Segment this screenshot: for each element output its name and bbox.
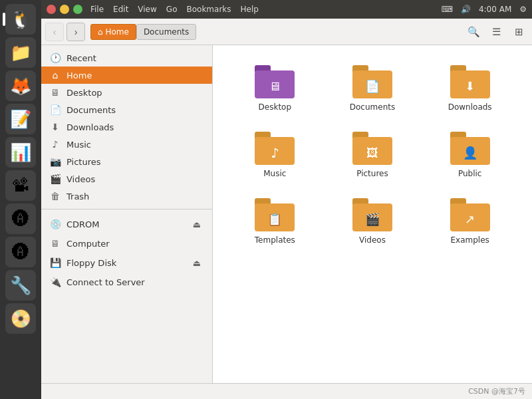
close-button[interactable] — [47, 5, 56, 14]
trash-icon: 🗑 — [49, 191, 61, 201]
floppy-eject-button[interactable]: ⏏ — [190, 255, 204, 270]
sidebar-label-home: Home — [66, 70, 92, 80]
sidebar-label-cdrom: CDROM — [66, 219, 100, 229]
sidebar-item-videos[interactable]: 🎬 Videos — [41, 170, 212, 188]
folder-icon-examples: ↗ — [450, 198, 490, 231]
file-label-templates: Templates — [255, 235, 295, 245]
downloads-icon: ⬇ — [49, 122, 61, 132]
file-label-pictures: Pictures — [356, 169, 388, 178]
toolbar-actions: 🔍 ☰ ⊞ — [464, 23, 528, 41]
sidebar-divider — [41, 209, 212, 209]
sidebar-item-desktop[interactable]: 🖥 Desktop — [41, 84, 212, 101]
file-item-examples[interactable]: ↗ Examples — [421, 192, 519, 251]
dock-amazon-icon[interactable]: 🅐 — [5, 237, 36, 267]
computer-icon: 🖥 — [49, 238, 61, 249]
file-label-examples: Examples — [451, 235, 489, 245]
dock-dvd-icon[interactable]: 📀 — [5, 303, 36, 334]
sidebar-label-desktop: Desktop — [66, 88, 102, 98]
menu-edit[interactable]: Edit — [113, 5, 128, 14]
folder-icon-templates: 📋 — [255, 198, 295, 231]
grid-view-button[interactable]: ⊞ — [509, 23, 528, 41]
list-view-button[interactable]: ☰ — [487, 23, 505, 41]
floppy-icon: 💾 — [49, 257, 61, 268]
dock-libreoffice-calc-icon[interactable]: 📊 — [5, 137, 36, 168]
menu-bookmarks[interactable]: Bookmarks — [186, 5, 231, 14]
volume-icon: 🔊 — [461, 5, 471, 14]
folder-icon-documents: 📄 — [352, 65, 392, 98]
file-item-documents[interactable]: 📄 Documents — [324, 59, 422, 118]
menu-go[interactable]: Go — [166, 5, 178, 14]
file-item-videos[interactable]: 🎬 Videos — [324, 192, 422, 251]
breadcrumb: ⌂ Home Documents — [90, 24, 196, 40]
sidebar-item-downloads[interactable]: ⬇ Downloads — [41, 118, 212, 136]
window-controls — [47, 5, 82, 14]
dock-appstore-icon[interactable]: 🅐 — [5, 203, 36, 234]
documents-icon: 📄 — [49, 104, 61, 115]
file-label-music: Music — [263, 169, 286, 178]
sidebar-label-pictures: Pictures — [66, 157, 100, 167]
sidebar-item-floppy[interactable]: 💾 Floppy Disk ⏏ — [41, 252, 212, 273]
file-label-videos: Videos — [359, 235, 386, 245]
forward-button[interactable]: › — [66, 23, 85, 41]
dock-files-icon[interactable]: 📁 — [5, 37, 36, 68]
sidebar-item-computer[interactable]: 🖥 Computer — [41, 235, 212, 252]
file-item-music[interactable]: ♪ Music — [226, 125, 324, 185]
desktop-icon: 🖥 — [49, 87, 61, 98]
toolbar: ‹ › ⌂ Home Documents 🔍 ☰ ⊞ — [41, 19, 532, 45]
sidebar-label-trash: Trash — [66, 192, 89, 201]
breadcrumb-documents[interactable]: Documents — [136, 24, 196, 40]
sidebar-item-cdrom[interactable]: 💿 CDROM ⏏ — [41, 213, 212, 235]
file-area: 🖥 Desktop 📄 Documents — [213, 45, 532, 383]
sidebar-item-music[interactable]: ♪ Music — [41, 136, 212, 153]
dock-libreoffice-impress-icon[interactable]: 📽 — [5, 170, 36, 201]
file-label-downloads: Downloads — [448, 102, 492, 112]
settings-icon[interactable]: ⚙ — [519, 5, 527, 14]
keyboard-icon: ⌨ — [442, 5, 453, 14]
dock-libreoffice-writer-icon[interactable]: 📝 — [5, 104, 36, 134]
file-item-desktop[interactable]: 🖥 Desktop — [226, 59, 324, 118]
file-label-desktop: Desktop — [259, 102, 292, 112]
sidebar-item-home[interactable]: ⌂ Home — [41, 66, 212, 84]
cdrom-icon: 💿 — [49, 219, 61, 229]
sidebar-item-documents[interactable]: 📄 Documents — [41, 101, 212, 118]
statusbar: CSDN @海宝7号 — [41, 383, 532, 399]
sidebar-item-connect[interactable]: 🔌 Connect to Server — [41, 273, 212, 291]
search-button[interactable]: 🔍 — [464, 23, 483, 41]
sidebar-label-floppy: Floppy Disk — [66, 258, 116, 268]
statusbar-text: CSDN @海宝7号 — [468, 386, 525, 396]
cdrom-eject-button[interactable]: ⏏ — [190, 217, 204, 231]
breadcrumb-home[interactable]: ⌂ Home — [90, 24, 136, 40]
file-item-pictures[interactable]: 🖼 Pictures — [324, 125, 422, 185]
dock-ubuntu-icon[interactable]: 🐧 — [5, 4, 36, 35]
sidebar-label-computer: Computer — [66, 239, 110, 249]
dock-settings-icon[interactable]: 🔧 — [5, 270, 36, 301]
menu-view[interactable]: View — [138, 5, 156, 14]
back-button[interactable]: ‹ — [45, 23, 64, 41]
file-item-public[interactable]: 👤 Public — [421, 125, 519, 185]
sidebar-label-videos: Videos — [66, 174, 95, 184]
file-label-documents: Documents — [350, 102, 395, 112]
minimize-button[interactable] — [60, 5, 69, 14]
application-dock: 🐧 📁 🦊 📝 📊 📽 🅐 🅐 🔧 📀 — [0, 0, 41, 399]
titlebar: File Edit View Go Bookmarks Help ⌨ 🔊 4:0… — [41, 0, 532, 19]
main-content-wrapper: File Edit View Go Bookmarks Help ⌨ 🔊 4:0… — [41, 0, 532, 399]
sidebar-item-recent[interactable]: 🕐 Recent — [41, 49, 212, 66]
dock-firefox-icon[interactable]: 🦊 — [5, 70, 36, 101]
file-item-templates[interactable]: 📋 Templates — [226, 192, 324, 251]
videos-icon: 🎬 — [49, 174, 61, 184]
folder-icon-desktop: 🖥 — [255, 65, 295, 98]
pictures-icon: 📷 — [49, 156, 61, 167]
sidebar: 🕐 Recent ⌂ Home 🖥 Desktop 📄 Documents ⬇ … — [41, 45, 213, 383]
titlebar-right: ⌨ 🔊 4:00 AM ⚙ — [442, 5, 527, 14]
sidebar-item-pictures[interactable]: 📷 Pictures — [41, 153, 212, 170]
sidebar-label-downloads: Downloads — [66, 122, 114, 132]
sidebar-item-trash[interactable]: 🗑 Trash — [41, 188, 212, 205]
connect-icon: 🔌 — [49, 277, 61, 287]
maximize-button[interactable] — [73, 5, 82, 14]
file-manager-window: ‹ › ⌂ Home Documents 🔍 ☰ ⊞ 🕐 Recent ⌂ Ho… — [41, 19, 532, 399]
sidebar-label-documents: Documents — [66, 105, 116, 115]
folder-icon-downloads: ⬇ — [450, 65, 490, 98]
menu-help[interactable]: Help — [241, 5, 259, 14]
menu-file[interactable]: File — [90, 5, 104, 14]
file-item-downloads[interactable]: ⬇ Downloads — [421, 59, 519, 118]
